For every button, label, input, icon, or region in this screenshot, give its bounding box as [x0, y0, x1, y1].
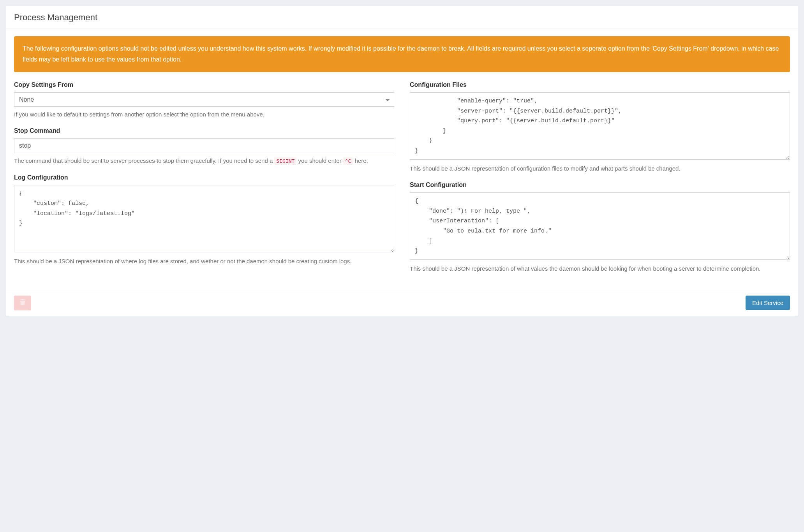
- ctrl-c-code: ^C: [343, 157, 353, 165]
- page-title: Process Management: [14, 12, 790, 23]
- process-management-panel: Process Management The following configu…: [6, 6, 798, 316]
- delete-button[interactable]: [14, 296, 31, 310]
- copy-settings-group: Copy Settings From None If you would lik…: [14, 81, 394, 119]
- stop-command-help: The command that should be sent to serve…: [14, 156, 394, 165]
- sigint-code: SIGINT: [274, 157, 296, 165]
- panel-body: The following configuration options shou…: [6, 28, 798, 290]
- trash-icon: [20, 299, 25, 307]
- start-config-group: Start Configuration { "done": ")! For he…: [410, 181, 790, 273]
- panel-footer: Edit Service: [6, 290, 798, 316]
- copy-settings-select-wrap: None: [14, 92, 394, 107]
- copy-settings-select[interactable]: None: [14, 92, 394, 107]
- log-config-group: Log Configuration { "custom": false, "lo…: [14, 174, 394, 266]
- start-config-label: Start Configuration: [410, 181, 790, 188]
- log-config-label: Log Configuration: [14, 174, 394, 181]
- config-files-label: Configuration Files: [410, 81, 790, 88]
- stop-command-input[interactable]: [14, 138, 394, 153]
- start-config-help: This should be a JSON representation of …: [410, 264, 790, 273]
- warning-text: The following configuration options shou…: [23, 45, 779, 63]
- log-config-help: This should be a JSON representation of …: [14, 257, 394, 266]
- left-column: Copy Settings From None If you would lik…: [14, 81, 394, 282]
- start-config-textarea[interactable]: { "done": ")! For help, type ", "userInt…: [410, 192, 790, 260]
- copy-settings-label: Copy Settings From: [14, 81, 394, 88]
- right-column: Configuration Files "enable-query": "tru…: [410, 81, 790, 282]
- panel-header: Process Management: [6, 6, 798, 28]
- stop-command-label: Stop Command: [14, 127, 394, 134]
- config-files-group: Configuration Files "enable-query": "tru…: [410, 81, 790, 173]
- warning-alert: The following configuration options shou…: [14, 36, 790, 72]
- form-row: Copy Settings From None If you would lik…: [14, 81, 790, 282]
- stop-command-group: Stop Command The command that should be …: [14, 127, 394, 165]
- log-config-textarea[interactable]: { "custom": false, "location": "logs/lat…: [14, 185, 394, 252]
- config-files-textarea[interactable]: "enable-query": "true", "server-port": "…: [410, 92, 790, 160]
- copy-settings-help: If you would like to default to settings…: [14, 110, 394, 119]
- edit-service-button[interactable]: Edit Service: [746, 296, 790, 310]
- config-files-help: This should be a JSON representation of …: [410, 164, 790, 173]
